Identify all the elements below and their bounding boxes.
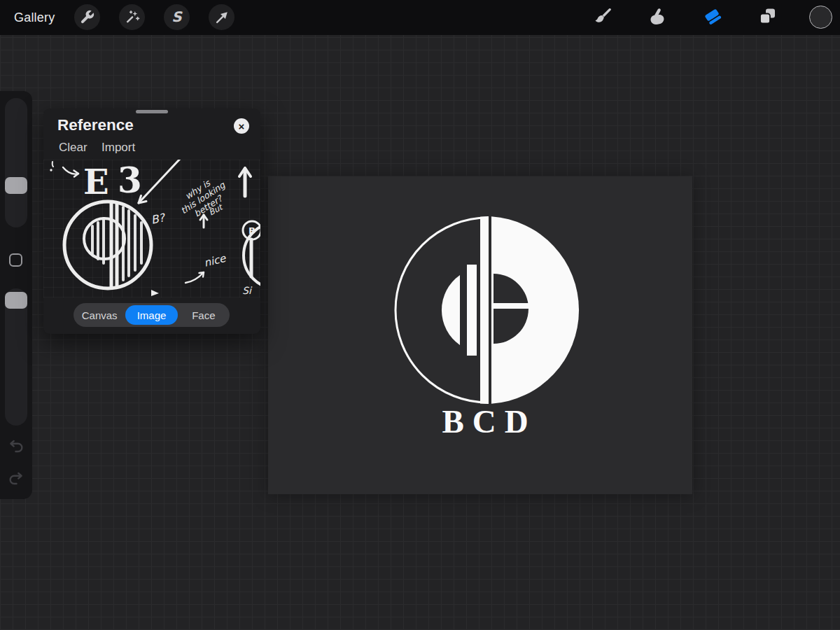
tab-canvas[interactable]: Canvas [74, 303, 125, 327]
reference-sketch: E 3 B? why is this looking better? But n… [43, 160, 260, 298]
logo-mid-bar [467, 265, 477, 356]
gallery-button[interactable]: Gallery [14, 0, 55, 35]
wrench-icon [79, 9, 95, 25]
panel-drag-handle[interactable] [136, 110, 168, 113]
logo-wordmark: BCD [442, 403, 536, 440]
opacity-handle[interactable] [5, 292, 27, 309]
drawing-canvas[interactable]: BCD [268, 176, 692, 494]
side-toolbar [0, 91, 32, 499]
undo-arrow-icon [7, 445, 25, 457]
logo-inner-crescent [442, 275, 460, 345]
brush-size-handle[interactable] [5, 177, 27, 194]
reference-tabs: Canvas Image Face [74, 303, 230, 327]
paintbrush-icon [594, 6, 613, 29]
selection-button[interactable]: S [164, 4, 190, 30]
bcd-logo-artwork: BCD [268, 176, 692, 494]
brush-tool-button[interactable] [593, 7, 614, 28]
adjustments-button[interactable] [119, 4, 145, 30]
clear-button[interactable]: Clear [59, 141, 88, 155]
logo-horizontal-band [493, 303, 530, 309]
sketch-nice: nice [203, 251, 228, 269]
layers-button[interactable] [757, 7, 778, 28]
logo-stem [480, 216, 489, 405]
color-swatch-button[interactable] [809, 6, 832, 29]
transform-arrow-icon [214, 10, 230, 25]
top-toolbar: Gallery S [0, 0, 840, 35]
smudge-finger-icon [648, 6, 668, 29]
sketch-si: Si [242, 285, 253, 296]
transform-button[interactable] [209, 4, 234, 30]
reference-panel: Reference × Clear Import [43, 108, 260, 334]
reference-image[interactable]: E 3 B? why is this looking better? But n… [43, 160, 260, 298]
undo-button[interactable] [7, 437, 25, 455]
layers-icon [757, 6, 777, 29]
close-button[interactable]: × [234, 118, 249, 134]
sketch-numeral-3: 3 [118, 160, 142, 201]
sketch-b-question: B? [150, 211, 167, 227]
smudge-tool-button[interactable] [648, 7, 668, 28]
sketch-letter-e: E [83, 162, 109, 202]
close-icon: × [239, 121, 245, 132]
tab-image[interactable]: Image [125, 305, 177, 325]
actions-button[interactable] [74, 4, 100, 30]
eraser-icon [702, 6, 723, 29]
redo-arrow-icon [7, 477, 25, 489]
erase-tool-button-active[interactable] [702, 7, 723, 28]
sketch-small-b: B [248, 225, 255, 236]
selection-s-icon: S [172, 10, 181, 24]
import-button[interactable]: Import [102, 141, 135, 155]
sketch-triangle-mark [151, 290, 159, 296]
modify-button[interactable] [9, 253, 22, 267]
tab-face[interactable]: Face [178, 303, 230, 327]
opacity-slider[interactable] [5, 288, 27, 426]
redo-button[interactable] [7, 469, 25, 487]
procreate-app: BCD Gallery S [0, 0, 840, 630]
panel-title: Reference [57, 116, 134, 134]
magic-wand-icon [124, 9, 140, 25]
brush-size-slider[interactable] [5, 98, 27, 227]
